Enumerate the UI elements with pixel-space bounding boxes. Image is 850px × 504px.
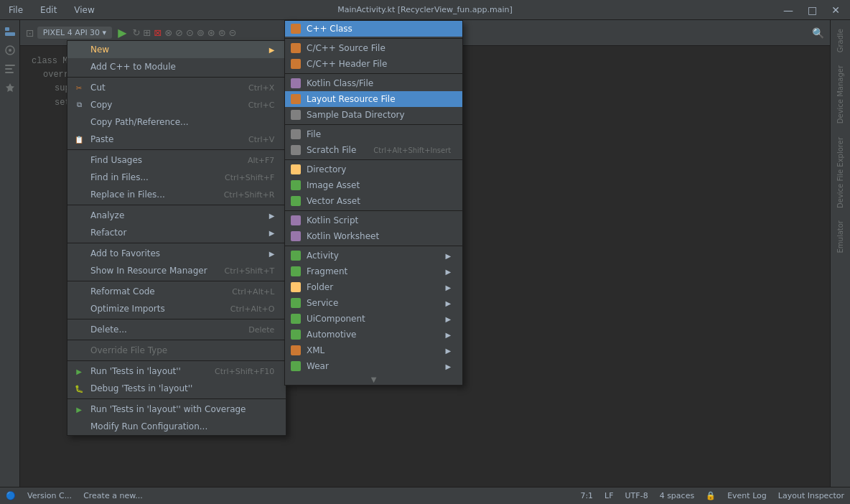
context-menu-main: New ▶ Add C++ to Module ✂ Cut Ctrl+X ⧉ C… [67,40,286,436]
menu-sample-data[interactable]: Sample Data Directory [285,107,462,123]
resource-icon [73,265,85,276]
create-new-label[interactable]: Create a new... [83,491,143,500]
menu-scratch-file[interactable]: Scratch File Ctrl+Alt+Shift+Insert [285,142,462,158]
menu-uicomponent[interactable]: UiComponent ▶ [285,311,462,327]
menu-find-files[interactable]: Find in Files... Ctrl+Shift+F [67,169,286,186]
close-button[interactable]: ✕ [827,3,844,17]
maximize-button[interactable]: □ [803,3,821,17]
separator-6 [67,319,286,319]
sidebar-icon-resource[interactable] [1,42,19,59]
event-log[interactable]: Event Log [727,491,767,500]
window-controls[interactable]: — □ ✕ [779,3,844,17]
menu-automotive[interactable]: Automotive ▶ [285,327,462,342]
menu-directory[interactable]: Directory [285,162,462,177]
device-manager-label[interactable]: Device Manager [835,60,846,129]
line-col: 7:1 [580,491,593,500]
left-sidebar [0,20,20,504]
menu-copy-path[interactable]: Copy Path/Reference... [67,113,286,131]
menu-debug-tests[interactable]: 🐛 Debug 'Tests in 'layout'' [67,380,286,397]
device-file-explorer-label[interactable]: Device File Explorer [835,131,846,214]
context-menu-new: C++ Class C/C++ Source File C/C++ Header… [284,20,463,386]
version-info: 🔵 [6,491,16,500]
scroll-down-indicator: ▼ [285,374,462,385]
new-arrow: ▶ [269,46,275,54]
menu-file[interactable]: File [285,126,462,142]
menu-kotlin-script[interactable]: Kotlin Script [285,213,462,228]
emulator-label[interactable]: Emulator [835,215,846,258]
analyze-arrow: ▶ [269,212,275,220]
menu-item-file[interactable]: File [6,4,26,17]
xml-icon [291,345,301,355]
menu-vector-asset[interactable]: Vector Asset [285,193,462,209]
menu-cpp-source[interactable]: C/C++ Source File [285,40,462,56]
menu-show-resource[interactable]: Show In Resource Manager Ctrl+Shift+T [67,262,286,279]
menu-paste[interactable]: 📋 Paste Ctrl+V [67,131,286,148]
kotlin-worksheet-icon [291,231,301,241]
menu-fragment[interactable]: Fragment ▶ [285,263,462,279]
menu-analyze[interactable]: Analyze ▶ [67,207,286,224]
separator-n4 [285,159,462,160]
toolbar-btn-3[interactable]: ⊠ [154,27,162,38]
menu-new-label: New [90,45,109,55]
menu-optimize-imports[interactable]: Optimize Imports Ctrl+Alt+O [67,300,286,317]
menu-refactor[interactable]: Refactor ▶ [67,224,286,241]
toolbar-btn-4[interactable]: ⊗ [164,27,172,38]
separator-5 [67,281,286,281]
menu-run-tests[interactable]: ▶ Run 'Tests in 'layout'' Ctrl+Shift+F10 [67,363,286,380]
toolbar-btn-7[interactable]: ⊚ [197,27,205,38]
copy-icon: ⧉ [73,99,85,111]
toolbar-btn-5[interactable]: ⊘ [175,27,183,38]
menu-item-edit[interactable]: Edit [37,4,60,17]
toolbar-btn-1[interactable]: ↻ [132,27,140,38]
uicomponent-icon [291,314,301,324]
run-button[interactable]: ▶ [118,26,126,39]
menu-cpp-class[interactable]: C++ Class [285,21,462,37]
menu-delete[interactable]: Delete... Delete [67,321,286,338]
search-button[interactable]: 🔍 [812,27,824,39]
menu-folder[interactable]: Folder ▶ [285,279,462,295]
menu-add-favorites[interactable]: Add to Favorites ▶ [67,245,286,262]
sample-data-icon [291,110,301,120]
menu-reformat-code[interactable]: Reformat Code Ctrl+Alt+L [67,283,286,300]
fragment-arrow: ▶ [446,268,452,276]
sidebar-icon-structure[interactable] [1,60,19,78]
version-label[interactable]: Version C... [27,491,72,500]
menu-cpp-header[interactable]: C/C++ Header File [285,56,462,72]
add-cpp-icon [73,61,85,73]
menu-new[interactable]: New ▶ [67,41,286,58]
svg-rect-5 [5,68,12,70]
menu-add-cpp[interactable]: Add C++ to Module [67,58,286,75]
menu-bar[interactable]: File Edit View [6,4,98,17]
toolbar-btn-6[interactable]: ⊙ [186,27,194,38]
layout-inspector[interactable]: Layout Inspector [778,491,844,500]
toolbar-icon-copy[interactable]: ⊡ [26,27,34,39]
menu-layout-resource[interactable]: Layout Resource File [285,91,462,107]
menu-wear[interactable]: Wear ▶ [285,358,462,374]
menu-find-usages[interactable]: Find Usages Alt+F7 [67,151,286,169]
minimize-button[interactable]: — [779,3,798,17]
menu-kotlin-worksheet[interactable]: Kotlin Worksheet [285,228,462,244]
menu-service[interactable]: Service ▶ [285,295,462,311]
menu-cut[interactable]: ✂ Cut Ctrl+X [67,79,286,96]
sidebar-icon-favorites[interactable] [1,79,19,96]
toolbar-btn-10[interactable]: ⊝ [229,27,237,38]
menu-kotlin-class[interactable]: Kotlin Class/File [285,75,462,91]
menu-modify-run[interactable]: Modify Run Configuration... [67,418,286,435]
menu-run-coverage[interactable]: ▶ Run 'Tests in 'layout'' with Coverage [67,401,286,418]
menu-xml[interactable]: XML ▶ [285,342,462,358]
toolbar-btn-9[interactable]: ⊜ [218,27,226,38]
toolbar-btn-2[interactable]: ⊞ [143,27,151,38]
toolbar-btn-8[interactable]: ⊛ [207,27,215,38]
svg-marker-7 [6,83,14,92]
gradle-panel-label[interactable]: Gradle [835,23,846,58]
sidebar-icon-project[interactable] [1,23,19,40]
menu-activity[interactable]: Activity ▶ [285,248,462,263]
cpp-class-icon [291,24,301,34]
menu-image-asset[interactable]: Image Asset [285,177,462,193]
menu-replace-files[interactable]: Replace in Files... Ctrl+Shift+R [67,186,286,203]
kotlin-script-icon [291,215,301,225]
device-selector[interactable]: PIXEL 4 API 30 ▾ [37,27,112,39]
menu-item-view[interactable]: View [71,4,97,17]
menu-copy[interactable]: ⧉ Copy Ctrl+C [67,96,286,113]
optimize-icon [73,303,85,314]
